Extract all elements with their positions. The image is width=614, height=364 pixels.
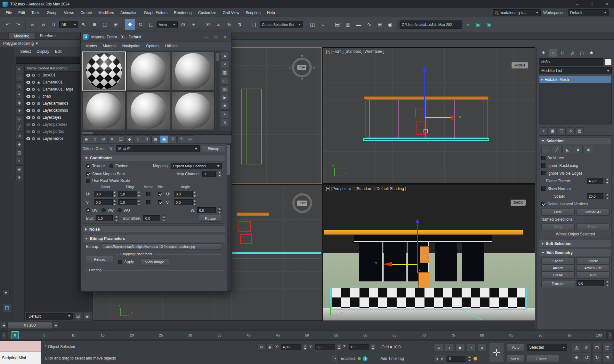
material-editor-menu[interactable]: Options: [143, 44, 162, 48]
make-unique-stack-icon[interactable]: ❏: [558, 127, 566, 134]
time-slider-track[interactable]: ◀ 0 / 100 ▶: [0, 321, 535, 329]
modify-tab-icon[interactable]: ∿: [549, 49, 557, 57]
color-picker-icon[interactable]: ✎: [108, 146, 114, 152]
hierarchy-tab-icon[interactable]: ⊟: [558, 49, 567, 57]
select-and-scale-icon[interactable]: ◱: [146, 19, 156, 30]
hide-button[interactable]: Hide: [541, 209, 575, 216]
select-object-icon[interactable]: ↖: [79, 19, 89, 30]
material-editor-scrollbar[interactable]: [227, 144, 231, 291]
extrude-spinner[interactable]: [605, 280, 610, 286]
active-layer-dropdown[interactable]: Default: [26, 313, 73, 320]
spinner-snap-icon[interactable]: ⇅: [235, 19, 245, 30]
x-coordinate-field[interactable]: 4,85: [281, 344, 301, 350]
display-tab-icon[interactable]: ▢: [578, 49, 586, 57]
mini-listener-script-row[interactable]: Scripting Mini: [0, 352, 41, 364]
extrude-button[interactable]: Extrude: [541, 280, 575, 287]
reference-coordinate-dropdown[interactable]: View: [157, 21, 178, 28]
viewcube-top[interactable]: TOP: [297, 65, 306, 70]
visibility-eye-icon[interactable]: [26, 109, 30, 112]
u-tiling-field[interactable]: 1,0: [118, 191, 137, 197]
blur-offset-field[interactable]: 0,0: [143, 215, 160, 221]
percent-snap-icon[interactable]: %: [224, 19, 234, 30]
maxscript-mini-listener[interactable]: Scripting Mini: [0, 341, 41, 364]
menu-item[interactable]: Modifiers: [95, 8, 117, 17]
select-and-rotate-icon[interactable]: ↻: [135, 19, 146, 30]
y-coordinate-spinner[interactable]: [337, 344, 341, 350]
se-display-lights-icon[interactable]: ✦: [15, 91, 23, 98]
copy-button[interactable]: Copy: [541, 223, 575, 230]
utilities-tab-icon[interactable]: ✱: [587, 49, 596, 57]
se-pick-icon[interactable]: ⌖: [15, 157, 23, 165]
v-offset-field[interactable]: 0,0: [94, 199, 113, 205]
soft-selection-rollout-header[interactable]: Soft Selection: [539, 240, 611, 247]
walk-through-icon[interactable]: ↺: [582, 353, 592, 362]
menu-item[interactable]: Animation: [117, 8, 141, 17]
blur-spinner[interactable]: [115, 215, 119, 221]
se-display-toggle-icon[interactable]: ⊞: [83, 313, 91, 320]
se-display-bones-icon[interactable]: ╱: [15, 124, 23, 131]
menu-item[interactable]: Customize: [195, 8, 220, 17]
put-to-library-icon[interactable]: ⌂: [134, 135, 142, 143]
viewport-front-label[interactable]: [+] [Front ] [Standard] [Wireframe ]: [326, 49, 384, 54]
menu-item[interactable]: Edit: [15, 8, 28, 17]
make-preview-icon[interactable]: ▶: [221, 94, 229, 101]
menu-item[interactable]: Rendering: [171, 8, 195, 17]
current-frame-spinner[interactable]: [467, 356, 472, 362]
material-slot-5[interactable]: [126, 91, 170, 130]
edit-geometry-button[interactable]: Break: [541, 272, 575, 279]
scale-field[interactable]: 20,0: [587, 193, 603, 199]
bind-to-space-warp-icon[interactable]: ∪: [49, 19, 59, 30]
show-background-icon[interactable]: ▦: [151, 135, 159, 143]
background-icon[interactable]: ▦: [221, 69, 229, 76]
scene-explorer-menu[interactable]: Edit: [52, 49, 65, 54]
configure-modifier-sets-icon[interactable]: ▤: [576, 127, 584, 134]
zoom-extents-icon[interactable]: ⊡: [592, 343, 602, 352]
menu-item[interactable]: File: [3, 8, 15, 17]
top-view-compass[interactable]: TOP N W S E: [292, 58, 312, 77]
coordinates-rollout-header[interactable]: Coordinates: [83, 154, 225, 161]
select-and-move-icon[interactable]: ✥: [125, 19, 135, 30]
reload-button[interactable]: Reload: [86, 256, 113, 263]
apply-crop-checkbox[interactable]: [118, 260, 122, 264]
me-minimize-button[interactable]: ─: [201, 33, 211, 41]
element-mode-icon[interactable]: ◆: [584, 146, 593, 153]
se-settings-icon[interactable]: ✱: [15, 174, 23, 181]
node-state-icon[interactable]: [32, 102, 35, 105]
angle-snap-icon[interactable]: ∠: [214, 19, 224, 30]
polygon-mode-icon[interactable]: ■: [573, 146, 583, 153]
material-editor-menu[interactable]: Navigation: [119, 44, 143, 48]
time-step-back-button[interactable]: ◀: [1, 322, 6, 328]
z-coordinate-spinner[interactable]: [371, 344, 375, 350]
scene-explorer-menu[interactable]: Select: [17, 49, 34, 54]
vertex-mode-icon[interactable]: ∴: [541, 146, 551, 153]
map-channel-field[interactable]: 1: [202, 171, 216, 177]
node-state-icon[interactable]: [32, 130, 35, 133]
vw-radio[interactable]: [101, 208, 106, 212]
u-offset-field[interactable]: 0,0: [94, 191, 113, 197]
node-state-icon[interactable]: [32, 88, 35, 91]
select-by-name-icon[interactable]: ≡: [89, 19, 100, 30]
se-display-helpers-icon[interactable]: ✚: [15, 107, 23, 115]
v-tile-checkbox[interactable]: [158, 200, 162, 204]
u-tile-checkbox[interactable]: [158, 192, 162, 196]
flyout-expand-button[interactable]: ▶: [3, 289, 10, 295]
zoom-icon[interactable]: ◎: [572, 343, 581, 352]
schematic-view-icon[interactable]: ⊞: [375, 19, 385, 30]
current-frame-field[interactable]: 0: [447, 356, 465, 362]
ignore-visible-edges-checkbox[interactable]: [541, 171, 545, 175]
menu-item[interactable]: Group: [44, 8, 61, 17]
maximize-viewport-icon[interactable]: ⊞: [602, 353, 612, 362]
ribbon-tab[interactable]: Modeling: [8, 33, 35, 39]
se-display-materials-icon[interactable]: ◆: [15, 140, 23, 148]
unlink-selection-icon[interactable]: ⌀: [38, 19, 48, 30]
material-slot-4[interactable]: [82, 91, 126, 130]
edit-geometry-button[interactable]: Attach: [541, 265, 575, 272]
material-id-channel-icon[interactable]: 0: [143, 135, 151, 143]
material-slot-6[interactable]: [171, 91, 215, 130]
mirror-icon[interactable]: ◫: [307, 19, 318, 30]
selection-rollout-header[interactable]: Selection: [539, 138, 611, 144]
paste-button[interactable]: Paste: [576, 223, 610, 230]
menu-item[interactable]: Views: [61, 8, 77, 17]
material-editor-menu[interactable]: Material: [100, 44, 119, 48]
use-pivot-point-icon[interactable]: ⊙: [178, 19, 188, 30]
